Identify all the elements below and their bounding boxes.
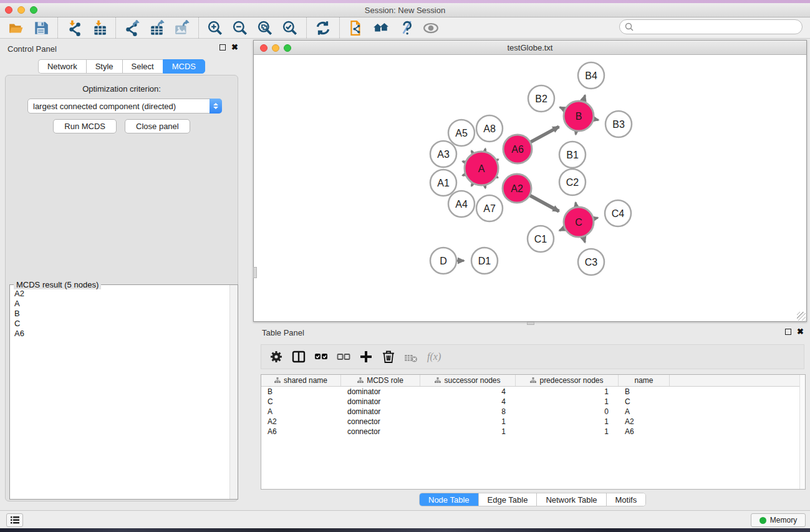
graph-node-D[interactable]: D [430, 248, 456, 274]
graph-node-D1[interactable]: D1 [471, 248, 498, 274]
tab-mcds[interactable]: MCDS [163, 59, 205, 74]
graph-edge-C-C3[interactable] [583, 237, 585, 243]
open-session-button[interactable] [4, 19, 29, 37]
graph-edge-C-C1[interactable] [559, 228, 564, 231]
graph-node-C1[interactable]: C1 [528, 226, 554, 252]
deselect-all-checks-button[interactable] [332, 347, 355, 367]
network-window-titlebar[interactable]: testGlobe.txt [254, 41, 806, 55]
network-close-button[interactable] [260, 44, 268, 52]
graph-node-A6[interactable]: A6 [503, 135, 532, 163]
float-table-panel-icon[interactable] [785, 329, 791, 335]
close-table-panel-icon[interactable]: ✖ [797, 329, 804, 335]
mcds-result-item[interactable]: A [11, 299, 229, 309]
table-cell[interactable]: 1 [420, 427, 516, 436]
clone-network-button[interactable] [344, 19, 369, 37]
mcds-result-item[interactable]: C [11, 319, 229, 329]
table-cell[interactable]: 1 [516, 387, 619, 396]
graph-node-C3[interactable]: C3 [578, 249, 604, 275]
mcds-result-item[interactable]: A6 [11, 329, 229, 339]
criterion-dropdown[interactable]: largest connected component (directed) [27, 99, 222, 114]
graph-edge-A6-B[interactable] [531, 127, 559, 142]
graph-node-B3[interactable]: B3 [605, 111, 632, 137]
table-cell[interactable]: C [619, 397, 670, 406]
export-image-button[interactable] [170, 19, 195, 37]
mcds-result-list[interactable]: A2ABCA6 [11, 289, 229, 498]
run-mcds-button[interactable]: Run MCDS [53, 119, 117, 133]
import-network-button[interactable] [62, 19, 87, 37]
graph-edge-C-C2[interactable] [576, 203, 576, 207]
column-header-shared-name[interactable]: shared name [261, 375, 341, 386]
table-cell[interactable]: A [261, 407, 341, 416]
close-window-button[interactable] [5, 6, 12, 14]
zoom-fit-button[interactable] [253, 19, 277, 37]
graph-node-C2[interactable]: C2 [559, 169, 586, 195]
graph-edge-A-A3[interactable] [463, 162, 465, 162]
graph-node-C4[interactable]: C4 [605, 200, 631, 226]
graph-node-C[interactable]: C [564, 207, 594, 237]
tab-select[interactable]: Select [122, 59, 163, 74]
table-cell[interactable]: dominator [341, 407, 420, 416]
table-cell[interactable]: connector [341, 417, 420, 426]
task-history-button[interactable] [6, 513, 23, 527]
table-cell[interactable]: 1 [516, 397, 619, 406]
table-cell[interactable]: 1 [516, 427, 619, 436]
table-cell[interactable]: 4 [420, 397, 516, 406]
table-cell[interactable]: C [261, 397, 341, 406]
table-row-A6[interactable]: A6connector11A6 [261, 427, 805, 437]
graph-node-B1[interactable]: B1 [559, 142, 586, 168]
table-cell[interactable]: A2 [261, 417, 341, 426]
table-cell[interactable]: A2 [619, 417, 670, 426]
graph-edge-A-A8[interactable] [485, 148, 486, 151]
graph-node-A[interactable]: A [465, 152, 498, 185]
table-scrollbar[interactable] [799, 375, 805, 489]
tab-network-table[interactable]: Network Table [537, 493, 606, 506]
table-cell[interactable]: dominator [341, 387, 420, 396]
table-row-A2[interactable]: A2connector11A2 [261, 417, 805, 427]
result-list-scrollbar[interactable] [229, 285, 238, 499]
graph-node-A4[interactable]: A4 [448, 191, 475, 217]
column-header-predecessor-nodes[interactable]: predecessor nodes [516, 375, 619, 386]
network-minimize-button[interactable] [272, 44, 279, 52]
close-panel-button[interactable]: Close panel [125, 119, 190, 133]
zoom-out-button[interactable] [228, 19, 253, 37]
function-builder-button[interactable]: f(x) [422, 347, 445, 367]
tab-style[interactable]: Style [86, 59, 122, 74]
search-input[interactable] [619, 19, 803, 34]
graph-node-A1[interactable]: A1 [430, 170, 456, 196]
graph-edge-B-B1[interactable] [576, 132, 576, 135]
tab-network[interactable]: Network [38, 59, 86, 74]
graph-edge-B-B3[interactable] [594, 119, 598, 120]
graph-node-A5[interactable]: A5 [448, 120, 475, 146]
memory-button[interactable]: Memory [751, 513, 806, 527]
float-panel-icon[interactable] [219, 44, 226, 51]
table-cell[interactable]: 8 [420, 407, 516, 416]
table-cell[interactable]: A6 [619, 427, 670, 436]
graphics-details-button[interactable] [418, 19, 443, 37]
refresh-layout-button[interactable] [311, 19, 335, 37]
table-row-C[interactable]: Cdominator41C [261, 397, 805, 407]
graph-edge-A-A7[interactable] [485, 185, 486, 188]
export-network-button[interactable] [120, 19, 145, 37]
table-cell[interactable]: A [619, 407, 670, 416]
horizontal-splitter-grip[interactable] [527, 322, 534, 325]
tab-edge-table[interactable]: Edge Table [479, 493, 538, 506]
add-column-button[interactable] [355, 347, 377, 367]
table-row-A[interactable]: Adominator80A [261, 407, 805, 417]
graph-node-A8[interactable]: A8 [476, 115, 503, 142]
mcds-result-item[interactable]: B [11, 309, 229, 319]
table-cell[interactable]: A6 [261, 427, 341, 436]
graph-node-B[interactable]: B [564, 101, 594, 131]
table-cell[interactable]: connector [341, 427, 420, 436]
graph-edge-A-A4[interactable] [471, 183, 473, 186]
graph-node-A3[interactable]: A3 [430, 141, 456, 167]
network-canvas[interactable]: B4B2BB3A8A5A6A3B1AA1C2A2A4A7C4CC1DD1C3 [254, 55, 806, 321]
table-cell[interactable]: B [619, 387, 670, 396]
network-graph[interactable]: B4B2BB3A8A5A6A3B1AA1C2A2A4A7C4CC1DD1C3 [254, 55, 806, 321]
graph-edge-A2-C[interactable] [530, 195, 559, 211]
tab-node-table[interactable]: Node Table [420, 493, 479, 506]
graph-node-A2[interactable]: A2 [503, 174, 531, 203]
table-cell[interactable]: 1 [420, 417, 516, 426]
split-columns-button[interactable] [287, 347, 310, 367]
graph-node-B2[interactable]: B2 [528, 85, 554, 112]
column-header-successor-nodes[interactable]: successor nodes [420, 375, 516, 386]
